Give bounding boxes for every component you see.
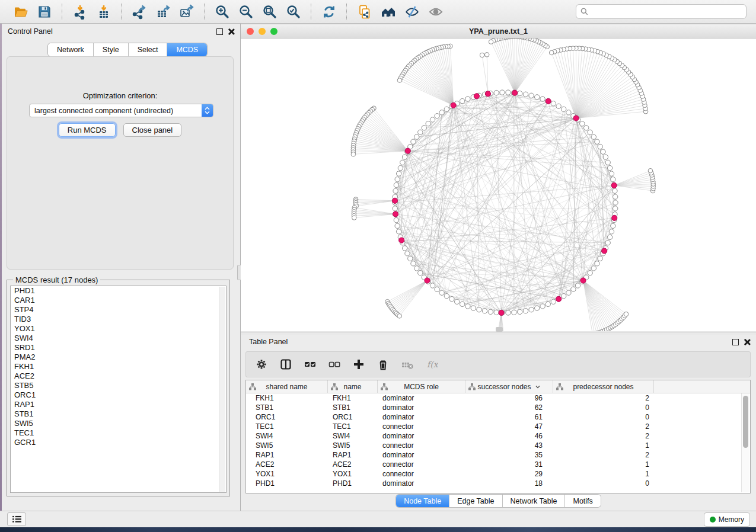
split-view-icon[interactable] [279,357,293,371]
table-row[interactable]: ORC1ORC1dominator610 [246,412,750,422]
list-item[interactable]: YOX1 [11,324,226,334]
column-header-name[interactable]: name [328,380,378,393]
ring-node [609,171,614,176]
memory-button[interactable]: Memory [704,512,750,527]
table-row[interactable]: SWI5SWI5connector431 [246,441,750,450]
tab-network-table[interactable]: Network Table [503,495,566,507]
tab-style[interactable]: Style [94,43,129,56]
mcds-result-items: PHD1CAR1STP4TID3YOX1SWI4SRD1PMA2FKH1ACE2… [11,286,226,447]
add-column-icon[interactable] [352,357,366,371]
deselect-all-icon[interactable] [327,357,342,371]
clone-network-icon[interactable] [355,2,375,21]
network-window-title: YPA_prune.txt_1 [241,27,756,36]
table-row[interactable]: RAP1RAP1dominator352 [246,450,750,460]
open-session-icon[interactable] [11,2,31,21]
tab-network[interactable]: Network [48,43,94,56]
table-row[interactable]: TEC1TEC1connector472 [246,422,750,431]
houses-icon[interactable] [378,2,398,21]
close-panel-icon[interactable] [228,28,234,35]
list-item[interactable]: PHD1 [11,286,226,296]
list-item[interactable]: STB5 [11,381,226,390]
mcds-result-list[interactable]: PHD1CAR1STP4TID3YOX1SWI4SRD1PMA2FKH1ACE2… [10,286,227,493]
hide-graphics-details-icon[interactable] [402,2,422,21]
table-row[interactable]: STB1STB1dominator620 [246,403,750,412]
export-table-icon[interactable] [153,2,173,21]
list-item[interactable]: PMA2 [11,352,226,362]
list-item[interactable]: GCR1 [11,438,226,447]
import-table-icon[interactable] [94,2,114,21]
ring-node [460,302,465,306]
ring-node [418,130,423,134]
cell-successor_nodes: 29 [465,470,553,478]
ring-node [430,283,435,288]
save-session-icon[interactable] [34,2,55,21]
search-input[interactable] [591,5,746,18]
ring-node [529,307,534,312]
list-item[interactable]: TID3 [11,315,226,324]
status-menu-button[interactable] [7,512,26,526]
show-graphics-details-icon[interactable] [426,2,446,21]
zoom-selected-icon[interactable] [283,2,304,21]
ring-node [607,165,612,170]
cell-shared_name: TEC1 [246,422,328,431]
zoom-fit-icon[interactable] [260,2,280,21]
cell-name: STB1 [328,403,378,412]
list-item[interactable]: RAP1 [11,400,226,409]
table-scrollbar-thumb[interactable] [743,396,748,448]
export-network-icon[interactable] [129,2,149,21]
float-panel-icon[interactable] [216,28,223,35]
cell-successor_nodes: 43 [465,441,553,450]
list-item[interactable]: CAR1 [11,296,226,305]
cell-successor_nodes: 62 [465,403,553,412]
import-network-icon[interactable] [70,2,90,21]
list-item[interactable]: STP4 [11,305,226,315]
ring-node [598,144,602,149]
cell-name: ACE2 [328,460,378,469]
column-header-shared_name[interactable]: shared name [246,380,328,393]
criterion-dropdown[interactable]: largest connected component (undirected) [29,104,213,117]
table-row[interactable]: ACE2ACE2connector311 [246,460,750,469]
memory-button-label: Memory [719,515,744,524]
network-canvas[interactable] [241,39,756,331]
list-item[interactable]: SWI4 [11,334,226,343]
list-item[interactable]: ACE2 [11,371,226,381]
delete-column-icon[interactable] [376,357,390,371]
ring-node [535,95,540,100]
table-row[interactable]: YOX1YOX1connector291 [246,469,750,479]
tab-mcds[interactable]: MCDS [167,43,207,56]
list-item[interactable]: SWI5 [11,419,226,428]
control-panel-tabs: NetworkStyleSelectMCDS [48,43,207,56]
select-all-icon[interactable] [303,357,317,371]
list-item[interactable]: TEC1 [11,428,226,438]
column-header-predecessor_nodes[interactable]: predecessor nodes [553,380,654,393]
zoom-out-icon[interactable] [236,2,256,21]
list-item[interactable]: SRD1 [11,343,226,352]
list-item[interactable]: STB1 [11,409,226,419]
run-mcds-button[interactable]: Run MCDS [59,123,116,137]
refresh-network-icon[interactable] [319,2,339,21]
tab-edge-table[interactable]: Edge Table [449,495,502,507]
tab-select[interactable]: Select [129,43,168,56]
settings-icon[interactable] [254,357,269,371]
ring-node [603,155,608,159]
tab-node-table[interactable]: Node Table [396,495,449,507]
tab-motifs[interactable]: Motifs [565,495,600,507]
close-table-panel-icon[interactable] [744,339,750,345]
float-table-panel-icon[interactable] [732,339,739,345]
table-row[interactable]: PHD1PHD1dominator180 [246,479,750,488]
zoom-in-icon[interactable] [212,2,232,21]
ring-node [430,117,435,122]
column-header-mcds_role[interactable]: MCDS role [378,380,465,393]
list-item[interactable]: ORC1 [11,390,226,400]
table-scrollbar[interactable] [741,393,749,492]
column-header-successor_nodes[interactable]: successor nodes [465,380,553,393]
table-row[interactable]: SWI4SWI4dominator462 [246,431,750,441]
ring-node [613,194,618,199]
close-panel-button[interactable]: Close panel [123,123,182,137]
list-item[interactable]: FKH1 [11,362,226,371]
network-hscroll-thumb[interactable] [496,327,503,332]
satellite-node [352,216,357,220]
export-image-icon[interactable] [177,2,197,21]
table-row[interactable]: FKH1FKH1dominator962 [246,393,750,403]
mcds-result-scrollbar[interactable] [219,287,225,492]
